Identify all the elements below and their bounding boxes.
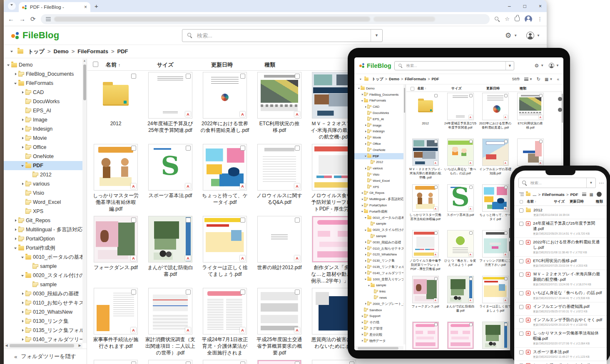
phone-file-row[interactable]: A2022年における世界の食料需給見通し.pdf更新日時2021/11/08 1… (514, 238, 607, 257)
extensions-icon[interactable] (515, 17, 520, 21)
zoom-icon[interactable] (495, 17, 500, 22)
phone-file-row[interactable]: AＭＶ－２２オスプレイ-米海兵隊の最新鋭の航空機-.pdf更新日時2022/07… (514, 270, 607, 289)
tree-item-PortalOption[interactable]: PortalOption (354, 202, 403, 208)
file-checkbox[interactable] (186, 290, 191, 295)
file-checkbox[interactable] (504, 323, 508, 326)
row-checkbox[interactable] (519, 208, 523, 213)
column-header-size[interactable]: サイズ (157, 61, 174, 69)
tree-item-PortalOption[interactable]: PortalOption (4, 234, 82, 243)
tree-item-2000_テンプレート_作成中[interactable]: 2000_テンプレート_作成中 (354, 301, 403, 307)
tree-item-Word_Excel[interactable]: Word_Excel (4, 198, 82, 207)
folder-card[interactable]: 2012 (90, 72, 141, 144)
file-card[interactable] (408, 322, 442, 350)
file-card[interactable]: Aちょっと待って、ケータイ.pdf (478, 184, 512, 230)
file-card[interactable]: Aノロウイルス食中毒予防対策リーフレットPDF - 厚生労働省.pdf (408, 230, 442, 276)
fileblog-logo-text[interactable]: FileBlog (367, 62, 391, 69)
file-card[interactable]: Aインフルエンザの基礎知識.pdf (478, 139, 512, 184)
tree-item-XPS[interactable]: XPS (354, 184, 403, 190)
phone-file-row[interactable]: Aしっかりマスター労働基準法有給休暇編.pdf更新日時2022/02/20 07… (514, 329, 607, 348)
tree-item-0135_リンク集フォルダ[interactable]: 0135_リンク集フォルダ (4, 326, 82, 335)
tree-item-0120_WhatsNew[interactable]: 0120_WhatsNew (4, 307, 82, 317)
file-card[interactable]: Aまんがで読む防衛白書.pdf (443, 276, 477, 322)
file-checkbox[interactable] (131, 74, 136, 79)
chevron-down-icon[interactable] (20, 163, 25, 168)
floating-button[interactable] (558, 97, 562, 101)
chevron-right-icon[interactable] (364, 271, 367, 275)
file-card[interactable]: Aちょっと待って、ケータイ.pdf (199, 144, 250, 216)
file-checkbox[interactable] (469, 323, 473, 326)
file-checkbox[interactable] (349, 362, 354, 364)
file-checkbox[interactable] (434, 277, 438, 280)
tree-item-Git_Repos[interactable]: Git_Repos (354, 190, 403, 196)
phone-file-row[interactable]: Aちょっと待って、ケータイ.pdf更新日時2022/06/26 16:48:10… (514, 361, 607, 364)
file-checkbox[interactable] (539, 140, 543, 143)
tree-item-CAD[interactable]: CAD (4, 88, 82, 97)
chevron-down-icon[interactable] (20, 273, 25, 278)
tree-item-その他[interactable]: その他 (354, 319, 403, 325)
user-account-icon[interactable] (526, 32, 534, 40)
file-card[interactable]: Aまんがで読む防衛白書.pdf (145, 216, 196, 288)
tree-item-Movie[interactable]: Movie (354, 134, 403, 141)
search-options-caret[interactable]: ▼ (371, 30, 382, 42)
view-grid-icon[interactable]: ▦ (590, 192, 593, 197)
tree-item-PDF[interactable]: PDF (354, 153, 403, 159)
file-checkbox[interactable] (469, 94, 473, 97)
bookmark-star-icon[interactable]: ☆ (505, 16, 510, 22)
chevron-right-icon[interactable] (361, 93, 364, 97)
gear-caret-icon[interactable]: ▼ (540, 64, 544, 67)
phone-file-row[interactable]: Aいちばん身近な「食べもの」の話.pdf更新日時2022/01/17 20:44… (514, 289, 607, 302)
tree-item-sample[interactable]: sample (354, 233, 403, 239)
file-checkbox[interactable] (434, 94, 438, 97)
tree-item-Git_Repos[interactable]: Git_Repos (4, 216, 82, 225)
tree-item-Indesign[interactable]: Indesign (4, 124, 82, 134)
chevron-right-icon[interactable] (364, 240, 367, 244)
chevron-right-icon[interactable] (364, 253, 367, 256)
tree-item-0140_フォルダツリー[interactable]: 0140_フォルダツリー (4, 335, 82, 343)
floating-button[interactable] (597, 192, 602, 197)
browser-profile-avatar[interactable] (525, 15, 532, 23)
column-header-size[interactable]: サイズ (451, 86, 462, 91)
refresh-icon[interactable]: ↻ (537, 77, 540, 82)
breadcrumb-item-トップ[interactable]: トップ (372, 77, 383, 82)
tree-item-various[interactable]: various (354, 165, 403, 171)
tree-item-0110_お知らせテキスト[interactable]: 0110_お知らせテキスト (4, 298, 82, 307)
file-card[interactable]: Aフォークダンス.pdf (408, 276, 442, 322)
row-checkbox[interactable] (519, 318, 523, 322)
gear-icon[interactable]: ⚙ (505, 31, 511, 40)
tree-item-sample[interactable]: sample (4, 262, 82, 271)
chevron-down-icon[interactable] (361, 210, 364, 213)
column-header-name[interactable]: 名前 ↑ (527, 199, 536, 204)
tree-item-0030_段組みの基礎[interactable]: 0030_段組みの基礎 (4, 289, 82, 298)
tree-item-1000_全部入りサンプルA[interactable]: 1000_全部入りサンプルA (354, 276, 403, 282)
chevron-right-icon[interactable] (364, 302, 367, 306)
file-card[interactable]: Aいちばん身近な「食べもの」の話.pdf (443, 139, 477, 184)
search-input[interactable] (196, 32, 371, 39)
file-checkbox[interactable] (469, 186, 473, 189)
tree-item-OneNote[interactable]: OneNote (4, 152, 82, 161)
collapse-panel-icon[interactable]: « (557, 77, 559, 82)
file-checkbox[interactable] (434, 140, 438, 143)
file-checkbox[interactable] (240, 290, 245, 295)
file-card[interactable]: A24年度補正予算及び25年度予算関連.pdf (443, 93, 477, 139)
tree-item-2012[interactable]: 2012 (354, 159, 403, 166)
file-card[interactable] (254, 360, 305, 364)
minimize-button[interactable]: – (508, 3, 511, 9)
chevron-down-icon[interactable] (13, 245, 18, 250)
chevron-down-icon[interactable] (364, 228, 367, 232)
tree-item-0110_お知らせテキスト[interactable]: 0110_お知らせテキスト (354, 245, 403, 252)
tree-item-various[interactable]: various (4, 179, 82, 188)
reload-icon[interactable]: ⟳ (30, 15, 36, 23)
file-checkbox[interactable] (131, 146, 136, 151)
file-card[interactable]: A2022年における世界の食料需給見通し.pdf (199, 72, 250, 144)
chevron-right-icon[interactable] (13, 227, 18, 232)
file-card[interactable]: Aライターは正しく捨てましょう.pdf (478, 276, 512, 322)
tree-item-sample[interactable]: sample (354, 221, 403, 227)
row-checkbox[interactable] (519, 222, 523, 226)
file-card[interactable]: Aしっかりマスター労働基準法有給休暇編.pdf (90, 144, 141, 216)
scroll-left-arrow[interactable]: ◀ (4, 344, 9, 347)
column-header-modified[interactable]: 更新日時 (570, 199, 584, 204)
tree-item-Visio[interactable]: Visio (4, 188, 82, 198)
address-bar[interactable] (41, 14, 490, 24)
tab-close-icon[interactable]: × (84, 4, 87, 10)
column-header-name[interactable]: 名前 ↑ (106, 61, 120, 69)
